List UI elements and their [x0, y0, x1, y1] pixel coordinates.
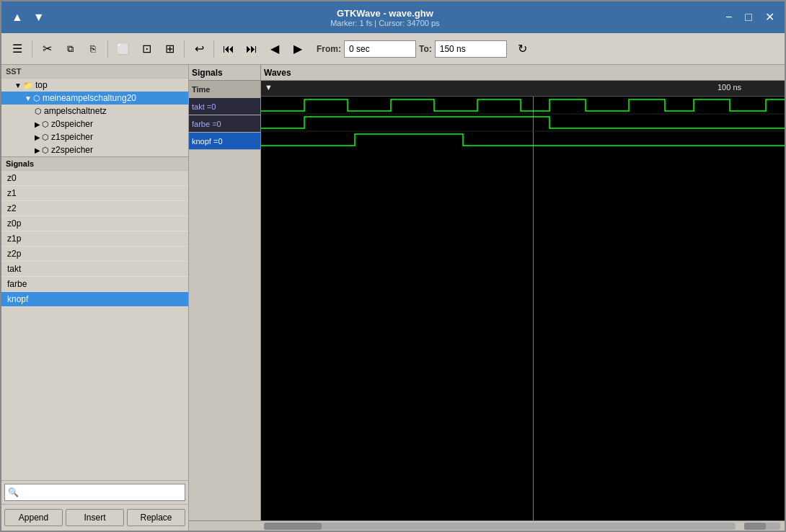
prev-icon: ◀	[270, 42, 279, 56]
signal-item-z0p[interactable]: z0p	[1, 216, 188, 231]
zoom-fit-button[interactable]: ⊡	[136, 39, 156, 59]
cut-button[interactable]: ✂	[37, 39, 57, 59]
toolbar-sep-4	[213, 40, 214, 58]
maximize-button[interactable]: □	[741, 10, 756, 25]
copy-icon: ⧉	[67, 43, 74, 55]
sst-header: SST	[1, 65, 188, 79]
window-title: GTKWave - wave.ghw	[337, 8, 433, 19]
from-label: From:	[317, 44, 341, 54]
first-icon: ⏮	[223, 43, 234, 56]
signal-names-col: Time takt =0 farbe =0 knopf =0	[189, 81, 261, 520]
component-icon-meine: ⬡	[33, 94, 40, 103]
scrollbar-right-space	[741, 523, 785, 530]
replace-button[interactable]: Replace	[127, 509, 185, 526]
tree-item-z1speicher[interactable]: ▶ ⬡ z1speicher	[1, 130, 188, 143]
from-to-group: From: To:	[317, 40, 507, 58]
left-panel: SST ▼ 📁 top ▼ ⬡ meineampelschaltung20 ⬡	[1, 65, 189, 531]
select-all-icon: ⬜	[117, 43, 129, 55]
signal-buttons: Append Insert Replace	[1, 504, 188, 531]
arrow-up-button[interactable]: ▲	[7, 10, 27, 25]
arrow-down-button[interactable]: ▼	[29, 10, 49, 25]
tree-label-top: top	[35, 80, 48, 90]
append-button[interactable]: Append	[4, 509, 63, 526]
scrollbar-thumb-2[interactable]	[744, 523, 766, 530]
tree-label-z2: z2speicher	[51, 145, 93, 155]
signals-col-header: Signals	[189, 65, 261, 80]
wave-time-row: ▼ 100 ns	[261, 81, 785, 97]
expand-icon-z1: ▶	[35, 133, 40, 141]
toolbar-sep-2	[107, 40, 108, 58]
signal-item-z0[interactable]: z0	[1, 171, 188, 186]
waves-col-header: Waves	[261, 65, 785, 80]
waves-display-area: Time takt =0 farbe =0 knopf =0	[189, 81, 785, 520]
component-icon-z1: ⬡	[42, 133, 49, 142]
tree-label-z1: z1speicher	[51, 132, 93, 142]
tree-item-z2speicher[interactable]: ▶ ⬡ z2speicher	[1, 143, 188, 156]
folder-icon-top: 📁	[23, 81, 33, 90]
signal-item-z2[interactable]: z2	[1, 201, 188, 216]
signals-header: Signals	[1, 157, 188, 171]
sst-label: SST	[6, 67, 21, 76]
signal-item-z1[interactable]: z1	[1, 186, 188, 201]
zoom-region-button[interactable]: ⊞	[159, 39, 180, 59]
waveform-svg	[261, 97, 785, 520]
tree-item-ampelschaltnetz[interactable]: ⬡ ampelschaltnetz	[1, 105, 188, 118]
expand-icon-z2: ▶	[35, 146, 40, 154]
search-wrapper: 🔍	[4, 484, 185, 501]
select-all-button[interactable]: ⬜	[112, 39, 133, 59]
expand-icon-z0: ▶	[35, 120, 40, 128]
component-icon-z0: ⬡	[42, 120, 49, 129]
zoom-region-icon: ⊞	[165, 42, 175, 56]
signals-label: Signals	[6, 159, 34, 168]
fast-forward-button[interactable]: ⏭	[242, 39, 262, 59]
tree-item-meineampelschaltung[interactable]: ▼ ⬡ meineampelschaltung20	[1, 92, 188, 105]
close-button[interactable]: ✕	[761, 10, 779, 25]
time-100ns-label: 100 ns	[717, 83, 741, 92]
sst-section: SST ▼ 📁 top ▼ ⬡ meineampelschaltung20 ⬡	[1, 65, 188, 157]
paste-button[interactable]: ⎘	[83, 39, 103, 59]
from-input[interactable]	[344, 40, 416, 58]
minimize-button[interactable]: −	[721, 10, 736, 25]
expand-icon-top: ▼	[14, 81, 22, 89]
signal-name-knopf: knopf =0	[189, 133, 260, 150]
signal-item-z1p[interactable]: z1p	[1, 231, 188, 247]
main-area: SST ▼ 📁 top ▼ ⬡ meineampelschaltung20 ⬡	[1, 65, 785, 531]
signal-item-farbe[interactable]: farbe	[1, 277, 188, 292]
reload-button[interactable]: ↻	[513, 39, 533, 59]
scrollbar-track-2[interactable]	[744, 523, 780, 530]
tree-label-ampel: ampelschaltnetz	[44, 106, 107, 116]
signal-search-input[interactable]	[4, 484, 185, 501]
component-icon-z2: ⬡	[42, 146, 49, 155]
search-icon: 🔍	[8, 487, 19, 497]
reload-icon: ↻	[518, 42, 527, 56]
undo-button[interactable]: ↩	[189, 39, 209, 59]
signal-name-takt: takt =0	[189, 98, 260, 115]
scrollbar-thumb[interactable]	[264, 523, 322, 530]
menu-button[interactable]: ☰	[7, 39, 27, 59]
waves-header-bar: Signals Waves	[189, 65, 785, 81]
horizontal-scrollbar[interactable]	[189, 520, 785, 531]
signal-item-z2p[interactable]: z2p	[1, 247, 188, 262]
main-window: ▲ ▼ GTKWave - wave.ghw Marker: 1 fs | Cu…	[0, 0, 786, 532]
tree-item-top[interactable]: ▼ 📁 top	[1, 79, 188, 92]
signals-col-label: Signals	[192, 68, 223, 78]
menu-icon: ☰	[12, 42, 22, 56]
scrollbar-track[interactable]	[264, 523, 736, 530]
toolbar-sep-1	[32, 40, 32, 58]
tree-item-z0speicher[interactable]: ▶ ⬡ z0speicher	[1, 118, 188, 130]
to-label: To:	[419, 44, 432, 54]
signal-spacer	[1, 307, 188, 480]
first-button[interactable]: ⏮	[218, 39, 239, 59]
titlebar: ▲ ▼ GTKWave - wave.ghw Marker: 1 fs | Cu…	[1, 1, 785, 33]
prev-button[interactable]: ◀	[265, 39, 285, 59]
insert-button[interactable]: Insert	[66, 509, 124, 526]
waves-col-label: Waves	[264, 68, 291, 78]
waves-canvas-col[interactable]: ▼ 100 ns	[261, 81, 785, 520]
titlebar-arrows: ▲ ▼	[7, 10, 49, 25]
expand-icon-meine: ▼	[25, 94, 32, 102]
signal-item-takt[interactable]: takt	[1, 262, 188, 277]
next-button[interactable]: ▶	[288, 39, 308, 59]
copy-button[interactable]: ⧉	[60, 39, 80, 59]
signal-item-knopf[interactable]: knopf	[1, 292, 188, 307]
to-input[interactable]	[435, 40, 507, 58]
